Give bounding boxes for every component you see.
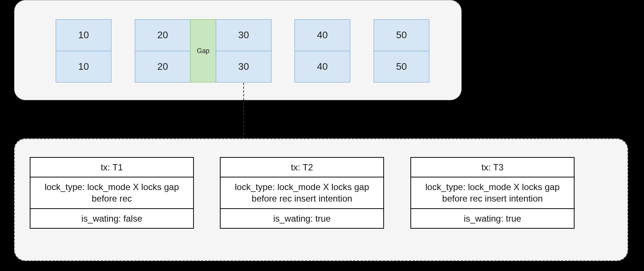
record-cell: 30	[216, 51, 271, 83]
lockbox-t1: tx: T1 lock_type: lock_mode X locks gap …	[30, 157, 194, 229]
lockbox-is-waiting: is_wating: false	[30, 208, 194, 229]
record-cell: 10	[56, 51, 111, 83]
gap-marker: Gap	[190, 19, 216, 82]
connector-line	[243, 83, 244, 138]
lockbox-tx: tx: T2	[220, 157, 384, 177]
lockbox-t2: tx: T2 lock_type: lock_mode X locks gap …	[220, 157, 384, 229]
record-20: 20 20	[135, 19, 191, 82]
lockbox-lock-type: lock_type: lock_mode X locks gap before …	[410, 177, 575, 209]
record-50: 50 50	[374, 19, 429, 82]
record-30: 30 30	[216, 19, 271, 82]
record-cell: 50	[374, 19, 429, 51]
lockbox-is-waiting: is_wating: true	[220, 208, 384, 229]
lockbox-t3: tx: T3 lock_type: lock_mode X locks gap …	[410, 157, 575, 229]
record-cell: 40	[295, 19, 350, 51]
record-cell: 20	[135, 19, 191, 51]
record-cell: 50	[374, 51, 429, 83]
record-cell: 10	[56, 19, 111, 51]
record-cell: 30	[216, 19, 271, 51]
record-cell: 20	[135, 51, 191, 83]
record-40: 40 40	[295, 19, 350, 82]
record-cell: 40	[295, 51, 350, 83]
lockbox-lock-type: lock_type: lock_mode X locks gap before …	[30, 177, 194, 209]
lockbox-lock-type: lock_type: lock_mode X locks gap before …	[220, 177, 384, 209]
lockbox-tx: tx: T1	[30, 157, 194, 177]
lockbox-tx: tx: T3	[410, 157, 575, 177]
lockbox-is-waiting: is_wating: true	[410, 208, 575, 229]
record-10: 10 10	[56, 19, 111, 82]
